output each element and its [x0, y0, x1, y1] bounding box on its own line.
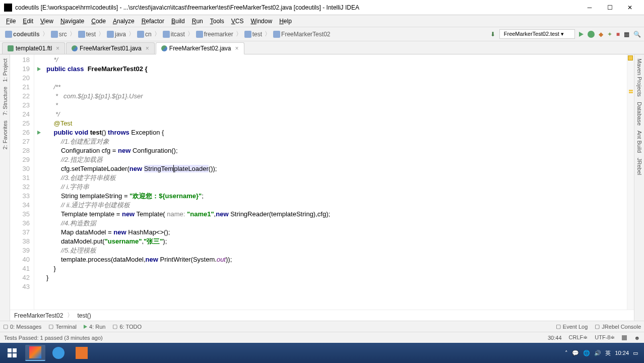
toolwindow-terminal[interactable]: ▢Terminal	[48, 323, 77, 330]
chevron-right-icon: 〉	[236, 30, 242, 38]
readonly-lock-icon[interactable]	[622, 335, 627, 340]
side-tool-1-project[interactable]: 1: Project	[2, 58, 8, 82]
breadcrumb-item[interactable]: freemarker	[194, 31, 235, 38]
folder-icon	[273, 31, 280, 38]
toolwindow-4-run[interactable]: 4: Run	[84, 323, 105, 330]
close-tab-icon[interactable]: ×	[235, 45, 239, 52]
attach-icon[interactable]: ✦	[607, 31, 612, 38]
tray-ime-icon[interactable]: 英	[605, 349, 611, 357]
debug-button[interactable]	[588, 31, 595, 38]
folder-icon	[51, 31, 58, 38]
left-tool-strip[interactable]: 1: Project7: Structure2: Favorites	[0, 54, 10, 321]
run-gutter-icon[interactable]	[37, 131, 41, 135]
breadcrumb-item[interactable]: test	[76, 31, 98, 38]
side-tool-maven-projects[interactable]: Maven Projects	[636, 58, 642, 97]
menu-code[interactable]: Code	[88, 17, 109, 26]
breadcrumb-item[interactable]: codeutils	[3, 31, 42, 38]
taskbar-app2[interactable]	[48, 345, 69, 361]
side-tool-jrebel[interactable]: JRebel	[636, 158, 642, 175]
caret-position[interactable]: 30:44	[548, 335, 562, 341]
tray-chevron-up-icon[interactable]: ˄	[565, 350, 568, 356]
folder-icon	[107, 31, 114, 38]
tool-icon: ▢	[556, 323, 561, 330]
line-number: 42	[10, 273, 30, 282]
tray-network-icon[interactable]: 🌐	[583, 350, 590, 356]
crumb-method[interactable]: test()	[77, 312, 91, 319]
line-number: 18	[10, 55, 30, 65]
taskbar-intellij[interactable]	[25, 345, 45, 361]
menu-help[interactable]: Help	[276, 17, 295, 26]
line-number: 27	[10, 137, 30, 146]
line-number: 41	[10, 264, 30, 273]
toolwindow-event-log[interactable]: ▢Event Log	[556, 323, 588, 330]
line-separator[interactable]: CRLF≑	[569, 334, 588, 341]
hector-icon[interactable]: ☻	[634, 335, 640, 341]
code-area[interactable]: */ public class FreeMarkerTest02 { /** *…	[43, 54, 627, 310]
warning-mark-icon[interactable]	[629, 92, 633, 93]
side-tool-ant-build[interactable]: Ant Build	[636, 131, 642, 153]
crumb-class[interactable]: FreeMarkerTest02	[14, 312, 63, 319]
editor-tabs: template01.ftl×FreeMarkerTest01.java×Fre…	[0, 41, 644, 54]
menu-view[interactable]: View	[37, 17, 56, 26]
warning-mark-icon[interactable]	[629, 90, 633, 91]
breadcrumb-item[interactable]: java	[105, 31, 128, 38]
file-encoding[interactable]: UTF-8≑	[595, 334, 615, 341]
maximize-button[interactable]: ☐	[600, 1, 620, 15]
menu-navigate[interactable]: Navigate	[57, 17, 87, 26]
gutter-icons[interactable]	[34, 54, 43, 310]
editor-tab[interactable]: FreeMarkerTest02.java×	[156, 42, 244, 54]
tray-volume-icon[interactable]: 🔊	[594, 350, 601, 356]
run-gutter-icon[interactable]	[37, 67, 41, 71]
menu-run[interactable]: Run	[189, 17, 206, 26]
tray-notifications-icon[interactable]: ▭	[633, 350, 638, 356]
close-button[interactable]: ✕	[620, 1, 640, 15]
play-icon	[84, 325, 87, 329]
breadcrumb-item[interactable]: test	[242, 31, 264, 38]
start-button[interactable]	[2, 345, 22, 361]
side-tool-database[interactable]: Database	[636, 102, 642, 126]
search-everywhere-icon[interactable]: 🔍	[633, 31, 641, 38]
toolwindow-jrebel-console[interactable]: ▢JRebel Console	[595, 323, 641, 330]
app-icon	[4, 4, 12, 12]
toolwindow-0-messages[interactable]: ▢0: Messages	[3, 323, 41, 330]
menu-refactor[interactable]: Refactor	[139, 17, 167, 26]
editor-tab[interactable]: FreeMarkerTest01.java×	[66, 42, 155, 54]
right-tool-strip[interactable]: Maven ProjectsDatabaseAnt BuildJRebel	[634, 54, 644, 321]
stop-icon[interactable]: ■	[616, 31, 620, 38]
toolwindow-6-todo[interactable]: ▢6: TODO	[112, 323, 142, 330]
chevron-right-icon: 〉	[128, 30, 135, 38]
close-tab-icon[interactable]: ×	[146, 45, 149, 52]
breadcrumb-item[interactable]: cn	[135, 31, 154, 38]
run-config-select[interactable]: FreeMarkerTest02.test ▾	[499, 29, 575, 39]
close-tab-icon[interactable]: ×	[56, 45, 59, 52]
tray-action-center-icon[interactable]: 💬	[572, 350, 579, 356]
editor-tab[interactable]: template01.ftl×	[2, 42, 65, 54]
breadcrumb-item[interactable]: src	[49, 31, 69, 38]
menu-window[interactable]: Window	[247, 17, 275, 26]
code-editor[interactable]: 1819202122232425262728293031323334353637…	[10, 54, 634, 310]
side-tool-7-structure[interactable]: 7: Structure	[2, 87, 8, 115]
menu-build[interactable]: Build	[168, 17, 188, 26]
line-number: 38	[10, 237, 30, 246]
taskbar-app3[interactable]	[72, 345, 92, 361]
editor-crumbs[interactable]: FreeMarkerTest02 〉 test()	[10, 310, 634, 321]
line-gutter: 1819202122232425262728293031323334353637…	[10, 54, 34, 310]
error-stripe[interactable]	[627, 54, 634, 310]
menu-edit[interactable]: Edit	[20, 17, 36, 26]
menu-analyze[interactable]: Analyze	[110, 17, 138, 26]
menu-file[interactable]: File	[3, 17, 19, 26]
run-button[interactable]	[579, 32, 584, 37]
breadcrumb-item[interactable]: FreeMarkerTest02	[271, 31, 332, 38]
project-structure-icon[interactable]: ▦	[624, 31, 629, 38]
tray-clock[interactable]: 10:24	[615, 350, 629, 356]
minimize-button[interactable]: ─	[579, 1, 600, 15]
menu-tools[interactable]: Tools	[207, 17, 227, 26]
build-icon[interactable]: ⬇	[490, 31, 495, 38]
system-tray[interactable]: ˄ 💬 🌐 🔊 英 10:24 ▭	[561, 349, 642, 357]
tool-icon: ▢	[595, 323, 600, 330]
coverage-icon[interactable]: ◆	[599, 31, 603, 38]
menu-vcs[interactable]: VCS	[228, 17, 247, 26]
side-tool-2-favorites[interactable]: 2: Favorites	[2, 120, 8, 149]
breadcrumb-item[interactable]: itcast	[161, 31, 187, 38]
line-number: 20	[10, 74, 30, 83]
